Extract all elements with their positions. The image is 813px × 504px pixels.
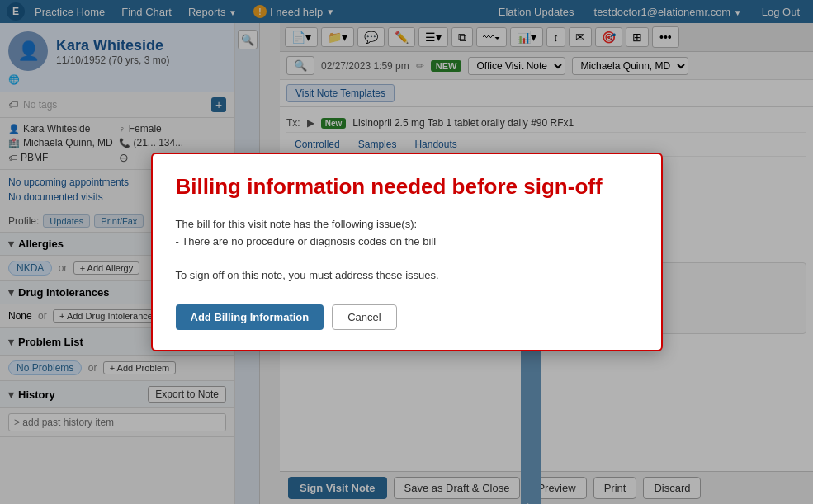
modal-actions: Add Billing Information Cancel <box>176 304 638 330</box>
modal-body-line2: - There are no procedure or diagnosis co… <box>176 233 638 251</box>
modal-body: The bill for this visit note has the fol… <box>176 216 638 285</box>
billing-modal: Billing information needed before sign-o… <box>151 153 663 351</box>
modal-body-line3: To sign off on this note, you must addre… <box>176 267 638 285</box>
modal-overlay: Billing information needed before sign-o… <box>0 0 813 504</box>
add-billing-information-button[interactable]: Add Billing Information <box>176 304 324 330</box>
modal-body-line1: The bill for this visit note has the fol… <box>176 216 638 233</box>
modal-cancel-button[interactable]: Cancel <box>332 304 396 330</box>
modal-title: Billing information needed before sign-o… <box>176 174 638 200</box>
